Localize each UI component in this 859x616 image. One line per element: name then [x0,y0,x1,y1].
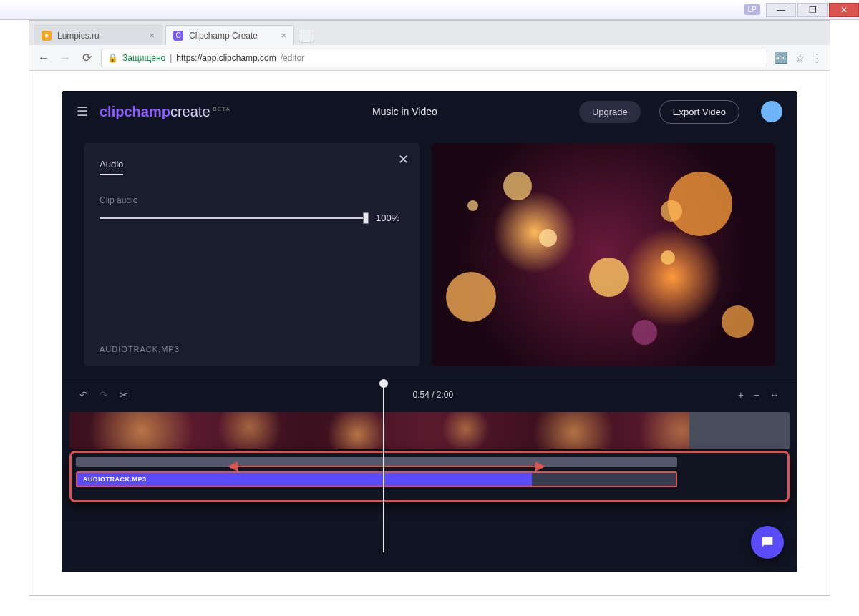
time-display: 0:54 / 2:00 [128,390,738,400]
app-logo[interactable]: clipchampcreate BETA [100,104,230,120]
bokeh-decoration [722,305,754,338]
avatar[interactable] [761,101,782,122]
window-titlebar: LP — ❐ ✕ [0,0,859,20]
bokeh-decoration [503,172,532,200]
slider-fill [100,217,366,219]
track-filename-label: AUDIOTRACK.MP3 [100,345,180,353]
url-path: /editor [281,53,304,63]
browser-tab-clipchamp[interactable]: C Clipchamp Create × [165,25,294,45]
split-button[interactable]: ✂ [120,389,128,401]
chat-button[interactable] [751,526,784,559]
beta-badge: BETA [213,106,230,112]
menu-icon[interactable]: ☰ [77,104,88,119]
clipchamp-app: ☰ clipchampcreate BETA Music in Video Up… [62,91,797,572]
resize-arrow-annotation [229,466,544,467]
bokeh-decoration [589,258,629,297]
slider-thumb[interactable] [363,212,369,224]
tab-close-icon[interactable]: × [149,30,155,41]
bokeh-decoration [446,272,496,322]
volume-slider-row: 100% [100,212,404,223]
editor-main-row: ✕ Audio Clip audio 100% AUDIOTRACK.MP3 [62,132,797,381]
tab-title: Clipchamp Create [189,31,258,41]
chat-icon [759,534,775,550]
timeline[interactable]: AUDIOTRACK.MP3 [62,408,797,509]
clip-audio-label: Clip audio [100,195,404,205]
timeline-toolbar: ↶ ↷ ✂ 0:54 / 2:00 + − ↔ [62,381,797,408]
upgrade-button[interactable]: Upgrade [579,101,641,123]
playhead[interactable] [383,383,384,552]
audio-tab[interactable]: Audio [100,159,123,175]
audio-track-annotation: AUDIOTRACK.MP3 [69,451,790,502]
video-preview[interactable] [432,143,775,366]
export-video-button[interactable]: Export Video [659,100,739,124]
window-maximize-button[interactable]: ❐ [797,3,828,17]
bokeh-decoration [661,250,675,265]
video-track-empty [689,412,790,449]
zoom-in-button[interactable]: + [738,389,744,401]
window-close-button[interactable]: ✕ [829,3,859,17]
lock-icon: 🔒 [107,53,118,63]
panel-close-button[interactable]: ✕ [398,152,409,167]
video-track-clip[interactable] [69,412,790,449]
favicon-icon: C [173,31,183,41]
undo-button[interactable]: ↶ [79,389,88,401]
logo-text-b: create [170,104,210,120]
browser-window: ● Lumpics.ru × C Clipchamp Create × ← → … [29,20,830,596]
menu-icon[interactable]: ⋮ [812,52,822,64]
bokeh-decoration [467,200,478,211]
project-title[interactable]: Music in Video [242,106,568,117]
audio-track-clip[interactable]: AUDIOTRACK.MP3 [76,471,677,487]
favicon-icon: ● [42,31,52,41]
volume-slider[interactable] [100,217,366,219]
window-minimize-button[interactable]: — [766,3,796,17]
bokeh-decoration [661,200,682,222]
audio-properties-panel: ✕ Audio Clip audio 100% AUDIOTRACK.MP3 [84,143,420,366]
logo-text-a: clipchamp [100,104,170,120]
browser-tab-lumpics[interactable]: ● Lumpics.ru × [34,25,162,45]
reload-button[interactable]: ⟳ [79,51,94,64]
fit-button[interactable]: ↔ [770,389,780,401]
forward-button[interactable]: → [58,52,72,64]
address-bar[interactable]: 🔒 Защищено | https://app.clipchamp.com/e… [101,49,767,67]
audio-clip-label: AUDIOTRACK.MP3 [83,476,147,483]
app-header: ☰ clipchampcreate BETA Music in Video Up… [62,92,797,132]
new-tab-button[interactable] [299,29,314,43]
browser-tab-strip: ● Lumpics.ru × C Clipchamp Create × [29,21,830,45]
bokeh-decoration [632,320,657,345]
redo-button[interactable]: ↷ [100,389,108,401]
secure-label: Защищено [122,53,165,63]
volume-value: 100% [376,212,404,223]
window-badge: LP [744,4,760,15]
tab-close-icon[interactable]: × [281,30,286,41]
zoom-out-button[interactable]: − [754,389,759,401]
browser-toolbar: ← → ⟳ 🔒 Защищено | https://app.clipchamp… [29,45,830,71]
bokeh-decoration [539,229,557,247]
back-button[interactable]: ← [37,52,51,64]
bookmark-icon[interactable]: ☆ [795,52,805,64]
url-host: https://app.clipchamp.com [176,53,276,63]
translate-icon[interactable]: 🔤 [775,52,788,64]
tab-title: Lumpics.ru [57,31,100,41]
